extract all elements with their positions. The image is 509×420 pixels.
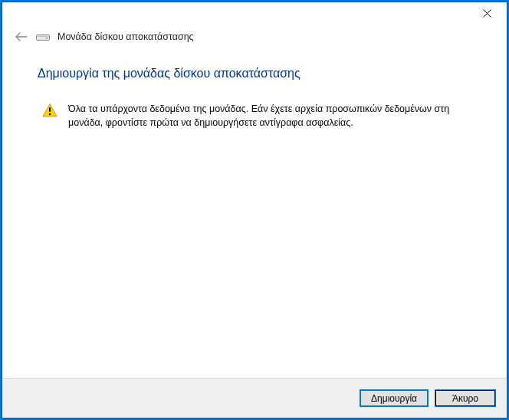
back-button[interactable]	[15, 30, 28, 44]
disk-icon	[36, 32, 50, 41]
warning-icon	[42, 103, 57, 120]
button-bar: Δημιουργία Άκυρο	[2, 378, 507, 418]
close-button[interactable]	[477, 5, 498, 22]
svg-rect-3	[38, 36, 48, 37]
close-icon	[483, 9, 491, 18]
dialog-window: Μονάδα δίσκου αποκατάστασης Δημιουργία τ…	[2, 2, 507, 418]
page-heading: Δημιουργία της μονάδας δίσκου αποκατάστα…	[38, 67, 476, 80]
header-row: Μονάδα δίσκου αποκατάστασης	[2, 25, 507, 53]
svg-rect-4	[46, 38, 48, 39]
warning-text: Όλα τα υπάρχοντα δεδομένα της μονάδας. Ε…	[68, 102, 459, 130]
back-arrow-icon	[15, 32, 28, 41]
svg-rect-5	[49, 107, 51, 112]
svg-point-6	[49, 113, 51, 115]
header-title: Μονάδα δίσκου αποκατάστασης	[57, 31, 194, 42]
cancel-button[interactable]: Άκυρο	[435, 389, 496, 407]
create-button[interactable]: Δημιουργία	[360, 389, 429, 407]
content-area: Δημιουργία της μονάδας δίσκου αποκατάστα…	[2, 53, 507, 378]
titlebar	[2, 2, 507, 25]
warning-row: Όλα τα υπάρχοντα δεδομένα της μονάδας. Ε…	[38, 102, 476, 130]
